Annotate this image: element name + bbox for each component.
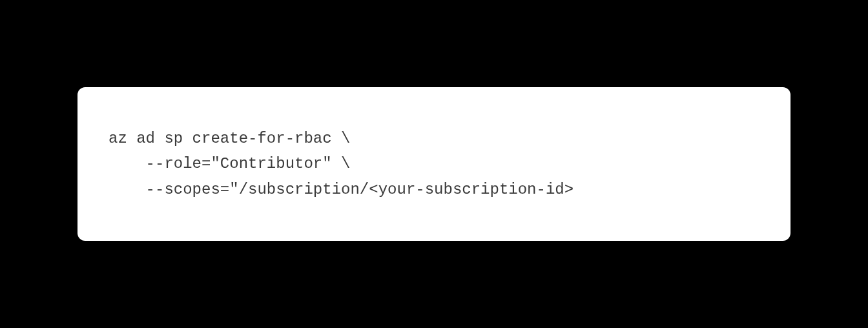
code-line-2: --role="Contributor" \ — [108, 155, 350, 172]
code-line-1: az ad sp create-for-rbac \ — [108, 130, 350, 147]
code-content: az ad sp create-for-rbac \ --role="Contr… — [108, 126, 760, 203]
code-block: az ad sp create-for-rbac \ --role="Contr… — [78, 87, 790, 241]
code-line-3: --scopes="/subscription/<your-subscripti… — [108, 181, 574, 198]
